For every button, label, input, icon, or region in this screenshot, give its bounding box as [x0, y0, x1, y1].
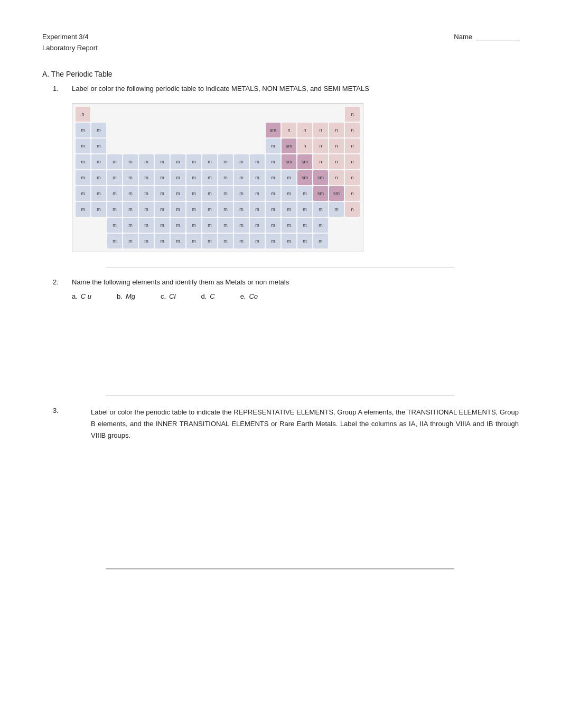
pt-cell-r3-c8: m — [202, 154, 217, 169]
pt-cell-r8-c10: m — [234, 234, 249, 248]
q3-row: 3. Label or color the periodic table to … — [53, 407, 519, 441]
pt-cell-r3-c12: m — [266, 154, 280, 169]
pt-cell-r7-c10: m — [234, 218, 249, 233]
pt-cell-r2-c13: sm — [282, 139, 296, 153]
pt-cell-r2-c15: n — [313, 139, 328, 153]
pt-cell-r4-c17: n — [345, 170, 360, 185]
pt-cell-r6-c6: m — [171, 202, 185, 217]
pt-cell-r4-c7: m — [186, 170, 201, 185]
pt-cell-r2-c4 — [139, 139, 154, 153]
q1-number-row: 1. Label or color the following periodic… — [53, 85, 519, 93]
pt-cell-r2-c5 — [155, 139, 170, 153]
pt-cell-r4-c5: m — [155, 170, 170, 185]
pt-cell-r7-c6: m — [171, 218, 185, 233]
pt-cell-r7-c17 — [345, 218, 360, 233]
element-e: e. Co — [240, 292, 258, 300]
pt-cell-r3-c1: m — [91, 154, 106, 169]
pt-cell-r4-c9: m — [218, 170, 233, 185]
elements-row: a. C u b. Mg c. Cl d. C e. Co — [72, 292, 289, 300]
header: Experiment 3/4 Laboratory Report Name — [42, 32, 519, 54]
element-c: c. Cl — [161, 292, 175, 300]
el-e-symbol: Co — [249, 292, 258, 300]
pt-cell-r0-c11 — [250, 107, 265, 122]
pt-cell-r0-c7 — [186, 107, 201, 122]
pt-cell-r4-c2: m — [107, 170, 122, 185]
pt-cell-r4-c15: sm — [313, 170, 328, 185]
pt-cell-r7-c11: m — [250, 218, 265, 233]
pt-cell-r6-c5: m — [155, 202, 170, 217]
pt-cell-r5-c7: m — [186, 186, 201, 201]
pt-cell-r0-c3 — [123, 107, 138, 122]
pt-cell-r5-c12: m — [266, 186, 280, 201]
q2-text: Name the following elements and identify… — [72, 278, 289, 286]
pt-cell-r1-c5 — [155, 123, 170, 137]
pt-cell-r1-c15: n — [313, 123, 328, 137]
pt-cell-r1-c6 — [171, 123, 185, 137]
pt-cell-r6-c3: m — [123, 202, 138, 217]
name-underline — [476, 33, 519, 41]
pt-cell-r3-c13: sm — [282, 154, 296, 169]
pt-cell-r0-c8 — [202, 107, 217, 122]
pt-cell-r3-c5: m — [155, 154, 170, 169]
pt-cell-r7-c12: m — [266, 218, 280, 233]
pt-cell-r5-c16: sm — [329, 186, 344, 201]
pt-cell-r6-c9: m — [218, 202, 233, 217]
pt-cell-r7-c0 — [76, 218, 90, 233]
pt-cell-r6-c17: n — [345, 202, 360, 217]
pt-cell-r6-c1: m — [91, 202, 106, 217]
pt-cell-r7-c3: m — [123, 218, 138, 233]
pt-cell-r8-c6: m — [171, 234, 185, 248]
pt-cell-r3-c9: m — [218, 154, 233, 169]
pt-cell-r6-c11: m — [250, 202, 265, 217]
pt-cell-r6-c4: m — [139, 202, 154, 217]
pt-cell-r4-c6: m — [171, 170, 185, 185]
pt-cell-r6-c16: m — [329, 202, 344, 217]
pt-cell-r8-c0 — [76, 234, 90, 248]
pt-cell-r0-c12 — [266, 107, 280, 122]
pt-cell-r0-c15 — [313, 107, 328, 122]
periodic-table: nnmmsmnnnnnmmmsmnnnnmmmmmmmmmmmmmsmsmnnn… — [76, 107, 360, 248]
pt-cell-r8-c4: m — [139, 234, 154, 248]
pt-cell-r7-c5: m — [155, 218, 170, 233]
element-d: d. C — [201, 292, 214, 300]
pt-cell-r2-c7 — [186, 139, 201, 153]
pt-cell-r8-c16 — [329, 234, 344, 248]
pt-cell-r8-c7: m — [186, 234, 201, 248]
question-1: 1. Label or color the following periodic… — [53, 85, 519, 256]
pt-cell-r1-c9 — [218, 123, 233, 137]
pt-cell-r8-c15: m — [313, 234, 328, 248]
pt-cell-r6-c10: m — [234, 202, 249, 217]
q3-text: Label or color the periodic table to ind… — [91, 408, 519, 439]
pt-cell-r2-c16: n — [329, 139, 344, 153]
q3-content: Label or color the periodic table to ind… — [91, 407, 519, 441]
report-type: Laboratory Report — [42, 43, 98, 54]
pt-cell-r2-c17: n — [345, 139, 360, 153]
el-a-label: a. — [72, 292, 78, 300]
pt-cell-r2-c9 — [218, 139, 233, 153]
pt-cell-r8-c12: m — [266, 234, 280, 248]
pt-cell-r3-c6: m — [171, 154, 185, 169]
q3-answer-space — [42, 441, 519, 547]
pt-cell-r5-c1: m — [91, 186, 106, 201]
pt-cell-r3-c14: sm — [297, 154, 312, 169]
el-c-symbol: Cl — [169, 292, 175, 300]
pt-cell-r0-c9 — [218, 107, 233, 122]
experiment-title: Experiment 3/4 — [42, 32, 98, 43]
pt-cell-r0-c10 — [234, 107, 249, 122]
pt-cell-r8-c5: m — [155, 234, 170, 248]
pt-cell-r1-c4 — [139, 123, 154, 137]
pt-cell-r7-c4: m — [139, 218, 154, 233]
pt-cell-r2-c14: n — [297, 139, 312, 153]
pt-cell-r7-c9: m — [218, 218, 233, 233]
periodic-table-container: nnmmsmnnnnnmmmsmnnnnmmmmmmmmmmmmmsmsmnnn… — [72, 103, 363, 252]
pt-cell-r2-c3 — [123, 139, 138, 153]
pt-cell-r7-c2: m — [107, 218, 122, 233]
pt-cell-r1-c7 — [186, 123, 201, 137]
pt-cell-r6-c8: m — [202, 202, 217, 217]
pt-cell-r5-c15: sm — [313, 186, 328, 201]
q1-text: Label or color the following periodic ta… — [72, 85, 519, 93]
pt-cell-r1-c11 — [250, 123, 265, 137]
pt-cell-r8-c11: m — [250, 234, 265, 248]
pt-cell-r4-c8: m — [202, 170, 217, 185]
name-label: Name — [454, 33, 472, 41]
